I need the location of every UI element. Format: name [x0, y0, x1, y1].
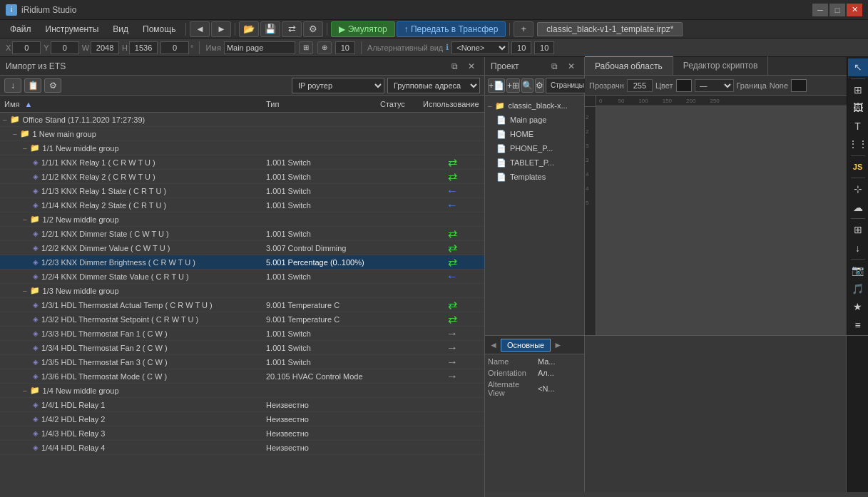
tree-row[interactable]: –📁Office Stand (17.11.2020 17:27:39) — [0, 113, 484, 127]
grid-x-input[interactable] — [511, 41, 531, 54]
tool-camera-btn[interactable]: 📷 — [848, 262, 868, 280]
bottom-work-area[interactable] — [585, 336, 847, 492]
transparency-input[interactable] — [627, 79, 653, 92]
w-input[interactable] — [91, 41, 119, 54]
menu-file[interactable]: Файл — [3, 22, 39, 36]
tree-row[interactable]: –📁1/1 New middle group — [0, 141, 484, 155]
open-button[interactable]: 📂 — [239, 21, 259, 37]
tree-row[interactable]: –📁1/4 New middle group — [0, 384, 484, 398]
snap-input[interactable] — [335, 41, 355, 54]
tree-row[interactable]: ◈1/4/3 HDL Relay 3Неизвестно — [0, 426, 484, 441]
props-arrow-right[interactable]: ► — [552, 339, 563, 351]
project-search-btn[interactable]: 🔍 — [521, 78, 533, 93]
project-add-page-btn[interactable]: +📄 — [488, 78, 505, 93]
color-select[interactable]: — — [695, 79, 734, 92]
tree-row[interactable]: ◈1/2/4 KNX Dimmer State Value ( C R T U … — [0, 270, 484, 284]
project-tree-row[interactable]: 📄HOME — [485, 127, 584, 141]
expand-icon[interactable]: – — [23, 287, 27, 294]
upload-button[interactable]: ↑ Передать в Трансфер — [397, 21, 506, 37]
project-settings-btn[interactable]: ⚙ — [535, 78, 544, 93]
group-addr-select[interactable]: Групповые адреса — [387, 78, 480, 93]
import-download-btn[interactable]: ↓ — [4, 78, 21, 93]
emulator-button[interactable]: ▶ Эмулятор — [331, 21, 394, 37]
tool-text-btn[interactable]: T — [848, 118, 868, 135]
tree-row[interactable]: ◈1/2/3 KNX Dimmer Brightness ( C R W T U… — [0, 255, 484, 270]
props-arrow-left[interactable]: ◄ — [488, 339, 499, 351]
forward-button[interactable]: ► — [211, 21, 231, 37]
x-input[interactable] — [12, 41, 41, 54]
grid-y-input[interactable] — [534, 41, 554, 54]
tree-row[interactable]: ◈1/1/3 KNX Relay 1 State ( C R T U )1.00… — [0, 184, 484, 198]
close-button[interactable]: ✕ — [847, 4, 862, 16]
tree-row[interactable]: ◈1/3/3 HDL Thermostat Fan 1 ( C W )1.001… — [0, 327, 484, 341]
tree-row[interactable]: ◈1/1/1 KNX Relay 1 ( C R W T U )1.001 Sw… — [0, 155, 484, 170]
save-button[interactable]: 💾 — [260, 21, 280, 37]
tool-layers-btn[interactable]: ⊞ — [848, 81, 868, 98]
expand-icon[interactable]: – — [13, 130, 17, 138]
project-restore[interactable]: ⧉ — [547, 59, 561, 73]
tool-download-btn[interactable]: ↓ — [848, 239, 868, 257]
maximize-button[interactable]: □ — [829, 4, 845, 16]
project-tree-row[interactable]: 📄TABLET_P... — [485, 155, 584, 170]
settings-button[interactable]: ⚙ — [303, 21, 323, 37]
tree-row[interactable]: ◈1/3/1 HDL Thermostat Actual Temp ( C R … — [0, 298, 484, 312]
tool-lines-btn[interactable]: ≡ — [848, 316, 868, 334]
tree-row[interactable]: ◈1/2/1 KNX Dimmer State ( C W T U )1.001… — [0, 227, 484, 241]
menu-view[interactable]: Вид — [106, 22, 136, 36]
tree-row[interactable]: ◈1/3/6 HDL Thermostat Mode ( C W )20.105… — [0, 369, 484, 384]
tree-row[interactable]: ◈1/2/2 KNX Dimmer Value ( C W T U )3.007… — [0, 241, 484, 255]
import-panel-close[interactable]: ✕ — [464, 59, 479, 73]
name-input[interactable] — [224, 41, 295, 54]
project-close[interactable]: ✕ — [564, 59, 578, 73]
import-copy-btn[interactable]: 📋 — [24, 78, 41, 93]
tool-graph-btn[interactable]: ⋮⋮ — [848, 135, 868, 153]
tool-server-btn[interactable]: ☁ — [848, 198, 868, 216]
tree-row[interactable]: –📁1/3 New middle group — [0, 284, 484, 298]
canvas-area[interactable] — [596, 106, 847, 335]
expand-icon[interactable]: – — [23, 386, 27, 394]
back-button[interactable]: ◄ — [190, 21, 210, 37]
tool-js-btn[interactable]: JS — [848, 158, 868, 175]
tree-row[interactable]: ◈1/3/5 HDL Thermostat Fan 3 ( C W )1.001… — [0, 355, 484, 369]
ip-router-select[interactable]: IP роутер — [292, 78, 384, 93]
tree-row[interactable]: ◈1/4/2 HDL Relay 2Неизвестно — [0, 412, 484, 426]
tree-row[interactable]: ◈1/4/1 HDL Relay 1Неизвестно — [0, 398, 484, 412]
link-icon[interactable]: ⊕ — [317, 41, 332, 54]
expand-icon[interactable]: – — [23, 144, 27, 152]
tree-row[interactable]: ◈1/1/4 KNX Relay 2 State ( C R T U )1.00… — [0, 198, 484, 212]
project-tree-row[interactable]: 📄Templates — [485, 170, 584, 184]
tree-row[interactable]: ◈1/4/4 HDL Relay 4Неизвестно — [0, 441, 484, 455]
project-tree-row[interactable]: 📄PHONE_P... — [485, 141, 584, 155]
color-picker[interactable] — [676, 79, 692, 92]
tool-palette-btn[interactable]: ⊞ — [848, 221, 868, 239]
sort-icon[interactable]: ▲ — [25, 100, 33, 108]
alt-view-select[interactable]: <None> — [451, 41, 509, 54]
tool-star-btn[interactable]: ★ — [848, 298, 868, 316]
minimize-button[interactable]: ─ — [812, 4, 828, 16]
tree-row[interactable]: ◈1/1/2 KNX Relay 2 ( C R W T U )1.001 Sw… — [0, 170, 484, 184]
project-tree-row[interactable]: 📄Main page — [485, 113, 584, 127]
project-add-popup-btn[interactable]: +⊞ — [506, 78, 520, 93]
expand-icon[interactable]: – — [23, 215, 27, 223]
expand-icon[interactable]: – — [3, 116, 7, 123]
project-expand-icon[interactable]: – — [488, 102, 492, 110]
tree-row[interactable]: –📁1 New main group — [0, 127, 484, 141]
tool-image-btn[interactable]: 🖼 — [848, 99, 868, 117]
import-panel-restore[interactable]: ⧉ — [447, 59, 461, 73]
project-tree-row[interactable]: –📁classic_black-x... — [485, 98, 584, 113]
h-input[interactable] — [129, 41, 158, 54]
tool-device-btn[interactable]: ⊹ — [848, 180, 868, 198]
tab-scripts[interactable]: Редактор скриптов — [673, 56, 769, 75]
import-settings-btn[interactable]: ⚙ — [44, 78, 61, 93]
props-main-tab[interactable]: Основные — [501, 339, 551, 352]
add-tab-button[interactable]: + — [514, 21, 533, 37]
transfer-small-button[interactable]: ⇄ — [282, 21, 302, 37]
tab-work-area[interactable]: Рабочая область — [585, 56, 673, 75]
menu-help[interactable]: Помощь — [136, 22, 183, 36]
angle-input[interactable] — [160, 41, 189, 54]
current-tab[interactable]: classic_black-v1-1_template.irpz* — [537, 22, 683, 36]
border-color-picker[interactable] — [791, 79, 807, 92]
alt-view-info[interactable]: ℹ — [446, 43, 449, 52]
tool-media-btn[interactable]: 🎵 — [848, 280, 868, 297]
tree-row[interactable]: ◈1/3/4 HDL Thermostat Fan 2 ( C W )1.001… — [0, 341, 484, 355]
